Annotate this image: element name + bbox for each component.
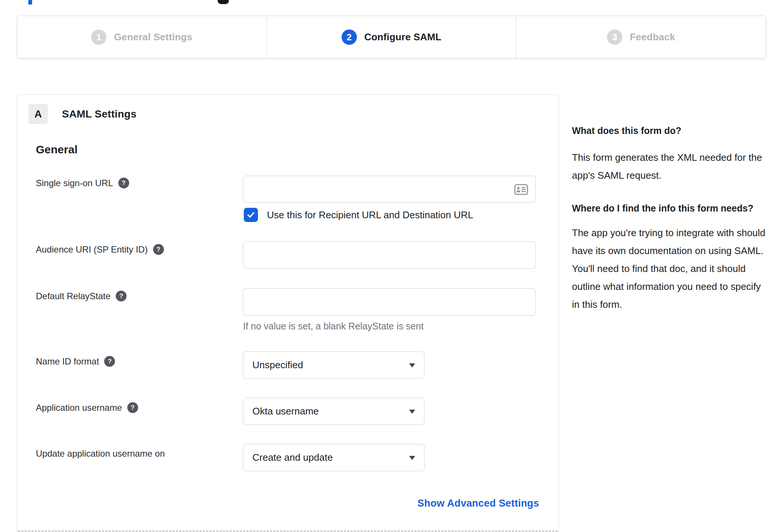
update-application-username-select[interactable]: Create and update [243, 444, 424, 471]
section-a-badge: A [28, 104, 48, 124]
help-icon[interactable]: ? [127, 402, 138, 413]
cropped-blue-fragment [28, 0, 32, 4]
relaystate-hint: If no value is set, a blank RelayState i… [243, 321, 424, 332]
recipient-url-checkbox[interactable] [244, 208, 258, 222]
show-advanced-settings-link[interactable]: Show Advanced Settings [417, 498, 539, 509]
step-feedback: 3 Feedback [516, 16, 766, 58]
step-configure-saml: 2 Configure SAML [267, 16, 517, 58]
field-label-text: Default RelayState [36, 291, 111, 301]
help-icon[interactable]: ? [118, 178, 129, 188]
field-label-text: Single sign-on URL [36, 178, 113, 188]
sidebar-paragraph-what: This form generates the XML needed for t… [572, 148, 769, 184]
audience-uri-label: Audience URI (SP Entity ID) ? [36, 244, 164, 255]
help-sidebar: What does this form do? This form genera… [572, 123, 769, 329]
single-sign-on-url-input[interactable] [243, 176, 536, 203]
select-value: Create and update [252, 452, 333, 463]
audience-uri-input[interactable] [243, 241, 536, 269]
contact-card-icon [514, 184, 528, 195]
select-value: Unspecified [252, 359, 303, 371]
single-sign-on-url-label: Single sign-on URL ? [36, 178, 129, 188]
saml-setup-page: 1 General Settings 2 Configure SAML 3 Fe… [0, 0, 781, 532]
chevron-down-icon [409, 410, 415, 414]
sidebar-heading-what: What does this form do? [572, 123, 769, 138]
help-icon[interactable]: ? [104, 356, 115, 367]
field-label-text: Update application username on [36, 448, 165, 459]
update-application-username-label: Update application username on [36, 448, 165, 459]
step-3-number: 3 [607, 29, 622, 45]
wizard-stepper: 1 General Settings 2 Configure SAML 3 Fe… [17, 16, 766, 59]
chevron-down-icon [409, 456, 415, 460]
application-username-label: Application username ? [36, 402, 138, 413]
step-2-label: Configure SAML [364, 31, 441, 43]
general-section-heading: General [36, 143, 78, 156]
application-username-select[interactable]: Okta username [243, 398, 424, 425]
single-sign-on-url-field [243, 176, 536, 203]
name-id-format-select[interactable]: Unspecified [243, 351, 424, 379]
step-1-label: General Settings [114, 31, 192, 43]
field-label-text: Application username [36, 403, 122, 413]
select-value: Okta username [252, 406, 319, 417]
step-1-number: 1 [91, 29, 106, 45]
sidebar-paragraph-where: The app you're trying to integrate with … [572, 224, 769, 313]
step-2-number: 2 [342, 29, 357, 45]
field-label-text: Audience URI (SP Entity ID) [36, 244, 148, 255]
step-general-settings: 1 General Settings [17, 16, 267, 58]
panel-title: SAML Settings [62, 104, 137, 124]
field-label-text: Name ID format [36, 356, 99, 367]
step-3-label: Feedback [630, 31, 675, 43]
check-icon [246, 210, 255, 219]
cropped-app-logo-fragment [218, 0, 229, 4]
recipient-url-checkbox-row: Use this for Recipient URL and Destinati… [244, 208, 473, 222]
recipient-url-checkbox-label: Use this for Recipient URL and Destinati… [267, 209, 473, 221]
default-relaystate-label: Default RelayState ? [36, 291, 127, 301]
help-icon[interactable]: ? [153, 244, 164, 255]
sidebar-heading-where: Where do I find the info this form needs… [572, 200, 769, 216]
help-icon[interactable]: ? [116, 291, 127, 301]
default-relaystate-input[interactable] [243, 288, 536, 316]
chevron-down-icon [409, 363, 415, 367]
name-id-format-label: Name ID format ? [36, 356, 115, 367]
saml-settings-panel: A SAML Settings General Single sign-on U… [17, 94, 559, 532]
panel-dashed-separator [18, 531, 558, 532]
